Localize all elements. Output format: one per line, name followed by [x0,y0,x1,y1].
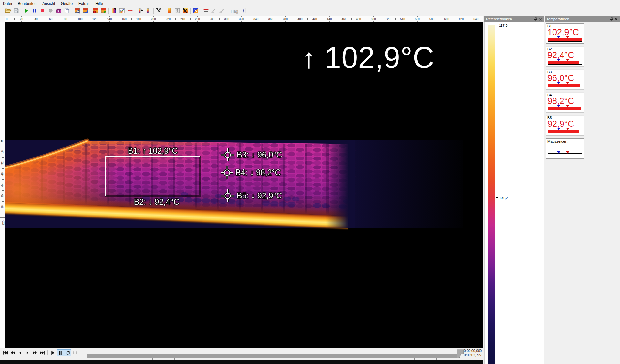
image-marker-button[interactable] [91,7,99,15]
menu-datei[interactable]: Datei [0,0,15,7]
max-marker[interactable] [566,59,569,61]
max-marker[interactable] [566,36,569,38]
profile-curves-button[interactable] [118,7,126,15]
thermal-quadrant-button[interactable] [191,7,200,15]
close-icon[interactable] [614,17,618,21]
snapshot-button[interactable] [55,7,63,15]
ruler-label: 280 [209,17,215,21]
min-marker[interactable] [557,128,560,130]
close-icon[interactable] [538,17,542,21]
tools-thermal-button[interactable] [181,7,189,15]
ruler-tick [278,18,278,20]
label-b3[interactable]: B3: ↓ 96,0°C [237,150,282,159]
max-marker[interactable] [566,151,569,154]
ruler-label: 200 [150,17,156,21]
frame-markers-button[interactable] [71,349,79,356]
label-b4[interactable]: B4: ↓ 98,2°C [235,168,281,177]
pause-sequence-button[interactable] [57,349,64,356]
palette-shift-down-button[interactable] [144,7,152,15]
fast-backward-button[interactable] [9,349,16,356]
goto-last-frame-button[interactable] [39,349,46,356]
gradient-bar-button[interactable] [165,7,173,15]
palette-pick-icon [111,8,117,15]
stop-button[interactable] [38,7,46,15]
min-marker[interactable] [557,105,560,107]
open-file-button[interactable] [4,7,12,15]
label-b5[interactable]: B5: ↓ 92,9°C [237,191,282,200]
max-marker[interactable] [566,82,569,84]
temp-range-bar[interactable] [548,153,582,157]
step-backward-button[interactable] [16,349,24,356]
pin-icon[interactable] [609,17,614,21]
measure-point-b5[interactable] [221,189,235,203]
flag-button[interactable]: Flag [228,9,240,14]
pause-button[interactable] [30,7,38,15]
event-brace-button[interactable] [240,7,248,15]
ruler-label: 620 [459,17,464,21]
toolbar: Flag [0,7,620,16]
menu-extras[interactable]: Extras [76,0,92,7]
temp-box-b4: B4 98,2°C [546,92,584,112]
min-marker[interactable] [557,82,560,84]
measure-rect-b1[interactable] [105,156,200,196]
arrow-in-button[interactable] [210,7,218,15]
pin-icon[interactable] [533,17,538,21]
ruler-label: 600 [444,17,449,21]
palette-pick-button[interactable] [110,7,118,15]
arrow-out-icon [219,8,225,15]
min-marker[interactable] [557,59,560,61]
max-marker[interactable] [566,105,569,107]
save-button[interactable] [12,7,20,15]
copy-button[interactable] [63,7,71,15]
temp-range-bar[interactable] [548,38,582,42]
ruler-label: 120 [1,221,5,226]
timeline-frame-tick [152,358,153,360]
play-sequence-button[interactable] [49,349,57,356]
measure-point-b3[interactable] [221,148,235,162]
temperatures-panel-title: Temperaturen [546,17,609,21]
color-bar[interactable] [488,25,495,364]
measure-distance-button[interactable] [202,7,210,15]
stop-icon [40,8,45,15]
toolbar-grip[interactable] [1,8,3,14]
label-b2[interactable]: B2: ↓ 92,4°C [134,197,180,207]
ruler-tick [190,18,191,20]
measure-point-b4[interactable] [220,166,234,180]
auto-range-button[interactable] [173,7,181,15]
max-temperature-readout: ↑102,9°C [302,43,434,72]
label-b1[interactable]: B1: ↑ 102,9°C [128,146,178,156]
image-zoom-icon [74,8,80,15]
play-button[interactable] [22,7,30,15]
ruler-label: 40 [34,17,38,21]
menu-bearbeiten[interactable]: Bearbeiten [15,0,39,7]
tools-button[interactable] [155,7,163,15]
min-marker[interactable] [557,36,560,38]
camera-icon [56,8,62,15]
temp-range-bar[interactable] [548,61,582,65]
image-play-button[interactable] [99,7,108,15]
arrow-out-button[interactable] [218,7,226,15]
step-forward-button[interactable] [24,349,31,356]
ruler-label: 320 [239,17,244,21]
ruler-label: 0 [0,140,4,142]
temp-range-bar[interactable] [548,130,582,133]
temp-range-bar[interactable] [548,84,582,87]
temp-range-bar[interactable] [548,107,582,110]
image-zoom-button[interactable] [73,7,81,15]
loop-playback-button[interactable] [64,349,71,356]
ir-image-viewport[interactable]: ↑102,9°C B1: ↑ 102,9°C B2: ↓ 92,4°C B3: … [5,22,483,348]
temperatures-body: B1 102,9°C B2 92,4°C B3 96,0°C B4 98,2°C… [545,22,620,364]
min-marker[interactable] [557,151,560,154]
fast-forward-button[interactable] [31,349,39,356]
menu-ansicht[interactable]: Ansicht [39,0,58,7]
isotherm-dashes-button[interactable] [126,7,134,15]
timeline-track[interactable] [87,354,458,358]
menu-hilfe[interactable]: Hilfe [92,0,106,7]
record-button[interactable] [46,7,55,15]
goto-first-frame-button[interactable] [2,349,9,356]
menu-geraete[interactable]: Geräte [58,0,76,7]
max-marker[interactable] [566,128,569,130]
palette-shift-up-button[interactable] [136,7,144,15]
ruler-label: 420 [312,17,317,21]
image-export-button[interactable] [81,7,89,15]
